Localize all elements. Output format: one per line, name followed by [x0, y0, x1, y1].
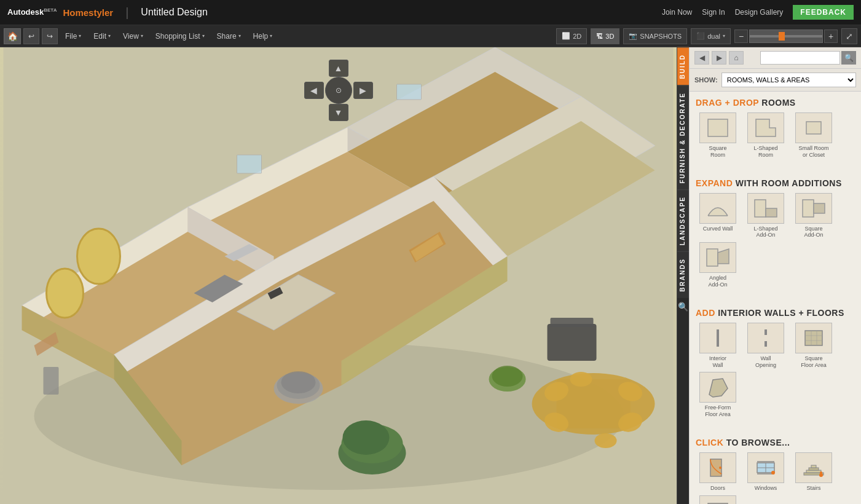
menu-right: ⬜2D 🏗3D 📷SNAPSHOTS ⬛dual▾ − + ⤢	[556, 28, 857, 44]
svg-marker-49	[756, 119, 776, 136]
interior-items: InteriorWall WallOpening SquareFloor Are…	[696, 323, 855, 418]
doors-item[interactable]: Doors	[696, 452, 740, 492]
undo-button[interactable]: ↩	[23, 28, 39, 44]
top-bar: AutodeskBETA Homestyler | Untitled Desig…	[0, 0, 861, 25]
panel-home-button[interactable]: ⌂	[729, 51, 744, 65]
view-menu[interactable]: View▾	[118, 30, 148, 43]
show-row: SHOW: ROOMS, WALLS & AREAS FURNITURE ALL	[690, 69, 861, 92]
show-select[interactable]: ROOMS, WALLS & AREAS FURNITURE ALL	[721, 73, 856, 87]
angled-addon-item[interactable]: AngledAdd-On	[696, 242, 740, 288]
right-panel-tabs: BUILD FURNISH & DECORATE LANDSCAPE BRAND…	[677, 47, 689, 504]
svg-rect-53	[766, 208, 777, 217]
interior-section: ADD INTERIOR WALLS + FLOORS InteriorWall…	[690, 302, 861, 424]
fireplaces-item[interactable]: Fireplaces	[696, 495, 740, 504]
logo-area: AutodeskBETA Homestyler | Untitled Desig…	[7, 6, 208, 20]
svg-rect-56	[707, 249, 718, 266]
zoom-slider[interactable]	[749, 30, 823, 43]
canvas-area[interactable]: ▲ ◀ ⊙ ▶ ▼	[0, 47, 677, 504]
brands-tab[interactable]: BRANDS	[677, 251, 689, 298]
small-room-item[interactable]: Small Roomor Closet	[792, 112, 836, 159]
drag-drop-items: SquareRoom L-ShapedRoom Small Roomor Clo…	[696, 112, 855, 159]
zoom-in-button[interactable]: +	[824, 30, 838, 43]
svg-rect-38	[548, 324, 597, 361]
interior-title: ADD INTERIOR WALLS + FLOORS	[696, 308, 855, 318]
square-room-item[interactable]: SquareRoom	[696, 112, 740, 159]
floor-square-item[interactable]: SquareFloor Area	[792, 323, 836, 369]
view-2d-button[interactable]: ⬜2D	[556, 28, 587, 44]
camera-right-button[interactable]: ▶	[353, 82, 373, 99]
svg-rect-61	[805, 331, 822, 345]
file-menu[interactable]: File▾	[60, 30, 86, 43]
panel-search-input[interactable]	[760, 51, 840, 65]
floor-freeform-item[interactable]: Free-FormFloor Area	[696, 372, 740, 418]
dual-button[interactable]: ⬛dual▾	[691, 28, 731, 44]
logo-homestyler: Homestyler	[63, 7, 113, 18]
camera-center-button[interactable]: ⊙	[325, 77, 352, 104]
main-area: ▲ ◀ ⊙ ▶ ▼	[0, 47, 861, 504]
camera-up-button[interactable]: ▲	[329, 60, 348, 77]
svg-rect-52	[755, 200, 766, 217]
design-gallery-link[interactable]: Design Gallery	[735, 8, 784, 17]
camera-left-button[interactable]: ◀	[304, 82, 324, 99]
page-title: Untitled Design	[141, 7, 208, 18]
svg-point-46	[492, 366, 523, 387]
wall-opening-item[interactable]: WallOpening	[744, 323, 788, 369]
shopping-list-menu[interactable]: Shopping List▾	[151, 30, 210, 43]
svg-point-31	[281, 371, 316, 393]
join-now-link[interactable]: Join Now	[662, 8, 692, 17]
edit-menu[interactable]: Edit▾	[88, 30, 116, 43]
help-menu[interactable]: Help▾	[248, 30, 278, 43]
windows-item[interactable]: Windows	[744, 452, 788, 492]
zoom-out-button[interactable]: −	[734, 30, 748, 43]
lshaped-addon-item[interactable]: L-ShapedAdd-On	[744, 193, 788, 239]
landscape-tab[interactable]: LANDSCAPE	[677, 189, 689, 251]
expand-items: Curved Wall L-ShapedAdd-On SquareAdd-On	[696, 193, 855, 288]
panel-search-icon[interactable]: 🔍	[677, 298, 689, 315]
view-3d-button[interactable]: 🏗3D	[591, 28, 619, 44]
home-button[interactable]: 🏠	[4, 28, 21, 44]
panel-forward-button[interactable]: ▶	[712, 51, 726, 65]
snapshots-button[interactable]: 📷SNAPSHOTS	[623, 28, 687, 44]
svg-point-25	[595, 433, 617, 448]
build-tab[interactable]: BUILD	[677, 47, 689, 85]
lshaped-room-item[interactable]: L-ShapedRoom	[744, 112, 788, 159]
svg-rect-37	[44, 367, 59, 395]
svg-rect-40	[237, 155, 262, 173]
svg-rect-54	[803, 200, 814, 217]
square-addon-item[interactable]: SquareAdd-On	[792, 193, 836, 239]
camera-down-button[interactable]: ▼	[329, 104, 348, 121]
title-divider: |	[125, 6, 128, 20]
panel-navigation: ◀ ▶ ⌂ 🔍	[690, 47, 861, 69]
svg-marker-57	[718, 249, 729, 264]
svg-point-74	[771, 471, 775, 474]
fullscreen-button[interactable]: ⤢	[841, 28, 857, 44]
share-menu[interactable]: Share▾	[212, 30, 246, 43]
panel-search-submit[interactable]: 🔍	[841, 51, 856, 65]
feedback-button[interactable]: FEEDBACK	[793, 5, 854, 20]
drag-drop-title: DRAG + DROP ROOMS	[696, 98, 855, 108]
right-panel: ◀ ▶ ⌂ 🔍 SHOW: ROOMS, WALLS & AREAS FURNI…	[689, 47, 861, 504]
browse-title: CLICK TO BROWSE...	[696, 438, 855, 447]
top-right-nav: Join Now Sign In Design Gallery FEEDBACK	[662, 5, 854, 20]
svg-point-35	[77, 229, 120, 284]
panel-back-button[interactable]: ◀	[694, 51, 709, 65]
svg-point-36	[47, 269, 84, 318]
svg-point-68	[719, 467, 721, 469]
svg-rect-50	[806, 122, 821, 134]
svg-rect-78	[811, 465, 816, 468]
browse-items: Doors Windows	[696, 452, 855, 504]
redo-button[interactable]: ↪	[42, 28, 58, 44]
furnish-tab[interactable]: FURNISH & DECORATE	[677, 85, 689, 190]
sign-in-link[interactable]: Sign In	[702, 8, 725, 17]
expand-section: EXPAND WITH ROOM ADDITIONS Curved Wall L…	[690, 172, 861, 294]
logo-autodesk: AutodeskBETA	[7, 7, 57, 17]
panel-search: 🔍	[760, 51, 856, 65]
svg-rect-55	[814, 203, 825, 213]
camera-controls: ▲ ◀ ⊙ ▶ ▼	[302, 60, 375, 121]
svg-marker-66	[709, 379, 728, 397]
svg-point-80	[820, 471, 822, 474]
curved-wall-item[interactable]: Curved Wall	[696, 193, 740, 239]
stairs-item[interactable]: Stairs	[792, 452, 836, 492]
interior-wall-item[interactable]: InteriorWall	[696, 323, 740, 369]
drag-drop-section: DRAG + DROP ROOMS SquareRoom L-ShapedRoo…	[690, 92, 861, 165]
